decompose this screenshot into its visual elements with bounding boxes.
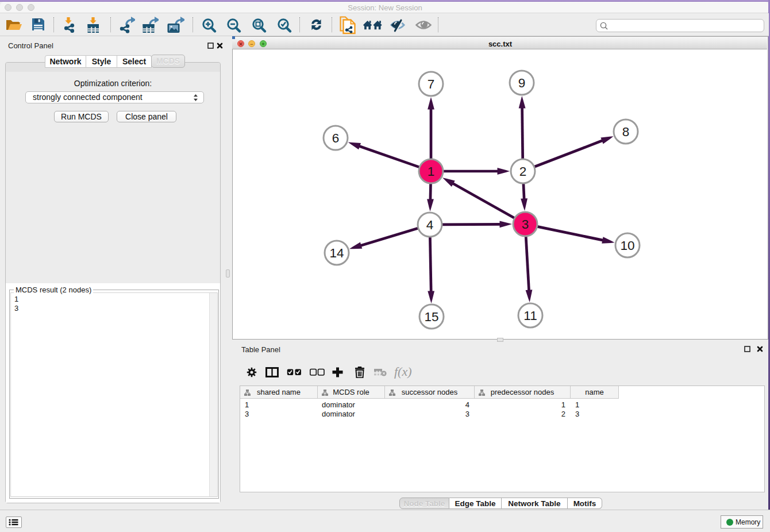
svg-text:1: 1 [428,164,435,179]
svg-text:7: 7 [428,77,435,91]
svg-text:9: 9 [518,76,526,90]
svg-text:8: 8 [622,125,630,139]
svg-text:2: 2 [519,164,527,179]
svg-text:15: 15 [424,310,438,324]
svg-text:10: 10 [620,238,634,253]
svg-text:4: 4 [426,218,434,232]
svg-text:6: 6 [332,131,340,145]
svg-text:3: 3 [522,217,529,232]
svg-text:11: 11 [523,309,537,323]
svg-text:14: 14 [329,246,344,260]
